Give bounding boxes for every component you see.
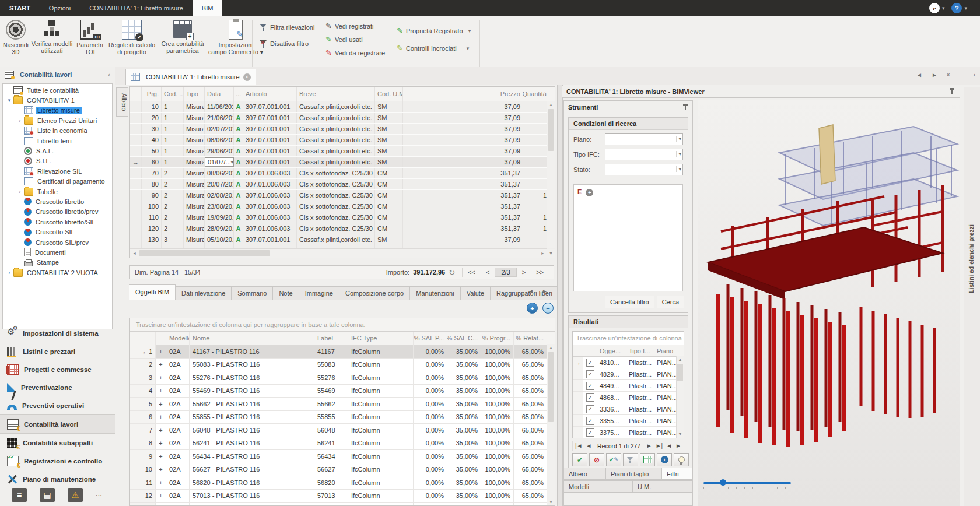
record-first-icon[interactable]: |◄ <box>575 442 583 449</box>
deselect-all-button[interactable]: ⊘ <box>589 453 604 466</box>
remove-bim-object-button[interactable]: − <box>542 303 554 314</box>
bim-object-row[interactable]: 4 + 02A 55469 - PILASTRO 116 55469 IfcCo… <box>130 385 555 398</box>
row-checkbox[interactable] <box>586 393 594 402</box>
pin-icon[interactable] <box>949 88 955 95</box>
date-cell[interactable]: 02/08/2018 <box>205 190 234 201</box>
tab-listini-ed-elenchi-prezzi[interactable]: Listini ed elenchi prezzi <box>968 224 975 293</box>
measure-row[interactable]: 110 2 Misura 19/09/2018 A 307.01.006.003… <box>130 212 555 223</box>
column-header[interactable]: Ogge... <box>597 345 626 356</box>
row-expand-icon[interactable]: + <box>156 490 166 503</box>
add-bim-object-button[interactable]: + <box>527 303 538 314</box>
bim-model-3d[interactable] <box>698 112 960 485</box>
column-header[interactable]: Cod. U.M. <box>375 87 403 101</box>
bim-object-row[interactable]: 13 + 02A 57206 - PILASTRO 116 57206 IfcC… <box>130 503 555 506</box>
date-cell[interactable]: 23/08/2018 <box>205 201 234 212</box>
module-nav-item[interactable]: Contabilità subappalti <box>0 434 115 452</box>
strumenti-tab[interactable]: Modelli <box>564 480 633 493</box>
vedi-da-registrare-button[interactable]: ✎ Vedi da registrare <box>326 49 385 57</box>
date-cell[interactable]: 20/07/2018 <box>205 179 234 189</box>
scroll-up-icon[interactable]: ▲ <box>677 356 684 363</box>
brand-logo-icon[interactable]: e <box>929 3 940 13</box>
scroll-right-icon[interactable]: ► <box>538 251 547 255</box>
strumenti-tab[interactable]: Filtri <box>662 468 692 480</box>
hscroll-left-icon[interactable]: ◄ <box>666 442 672 449</box>
row-expand-icon[interactable]: + <box>156 385 166 398</box>
detail-tab[interactable]: Immagine <box>299 286 340 300</box>
strumenti-tab[interactable]: Albero <box>564 468 606 480</box>
pager-prev-button[interactable]: < <box>481 268 495 277</box>
vertical-scrollbar[interactable]: ▲ ▼ <box>676 356 684 438</box>
tree-item[interactable]: Cruscotto libretto/SIL <box>3 217 112 227</box>
measure-row[interactable]: 60 1 Misura 01/07/... A 307.07.001.001 C… <box>130 157 555 168</box>
result-row[interactable]: 4868... Pilastr... PIAN... <box>573 392 684 403</box>
column-header[interactable]: Piano <box>654 345 679 356</box>
menu-tab[interactable]: CONTABILITA' 1: Libretto misure <box>80 0 192 16</box>
column-header[interactable] <box>130 332 156 345</box>
tree-item[interactable]: ▾ CONTABILITA' 1 <box>3 95 112 105</box>
add-condition-icon[interactable]: + <box>586 189 593 196</box>
tree-item[interactable]: Cruscotto libretto/prev <box>3 207 112 217</box>
apply-selection-button[interactable]: ✔✎ <box>606 453 621 466</box>
filter-results-button[interactable] <box>623 453 638 466</box>
ribbon-big-button[interactable]: Parametri TOI <box>75 19 105 68</box>
row-checkbox[interactable] <box>586 405 594 413</box>
scrollbar-thumb[interactable] <box>548 109 554 151</box>
bim-object-row[interactable]: 9 + 02A 56434 - PILASTRO 116 56434 IfcCo… <box>130 450 555 463</box>
tree-item[interactable]: Stampe <box>3 258 112 268</box>
detail-tab[interactable]: Note <box>273 286 299 300</box>
scrollbar-thumb[interactable] <box>677 364 683 381</box>
module-nav-item[interactable]: Listini e prezzari <box>0 342 115 360</box>
column-header[interactable]: ... <box>234 87 243 101</box>
filter-builder[interactable]: E + <box>573 184 683 291</box>
ribbon-big-button[interactable]: Verifica modelli utilizzati <box>30 19 74 68</box>
export-table-button[interactable] <box>640 453 655 466</box>
row-checkbox[interactable] <box>586 417 594 425</box>
detail-tab[interactable]: Oggetti BIM <box>130 284 176 300</box>
measure-row[interactable]: 50 1 Misura 29/06/2018 A 307.07.001.001 … <box>130 146 555 157</box>
tree-item[interactable]: Documenti <box>3 247 112 257</box>
row-expand-icon[interactable]: + <box>156 398 166 410</box>
horizontal-scrollbar[interactable]: ◄ ► <box>130 248 547 258</box>
tabs-scroll-left-icon[interactable]: ◄ <box>528 288 534 294</box>
menu-tab[interactable]: BIM <box>192 0 223 16</box>
measure-row[interactable]: 40 1 Misura 08/06/2018 A 307.07.001.001 … <box>130 135 555 146</box>
row-expand-icon[interactable]: + <box>156 476 166 489</box>
album-view-button[interactable]: ▤ <box>40 488 55 502</box>
column-header[interactable]: Quantità <box>523 87 549 101</box>
ribbon-big-button[interactable]: Crea contabilità parametrica <box>159 19 206 68</box>
tabs-scroll-right-icon[interactable]: ► <box>542 288 548 294</box>
highlight-button[interactable] <box>674 453 689 466</box>
close-document-icon[interactable]: × <box>947 72 950 78</box>
bim-object-row[interactable]: 12 + 02A 57013 - PILASTRO 116 57013 IfcC… <box>130 490 555 503</box>
bim-object-row[interactable]: 2 + 02A 55083 - PILASTRO 116 55083 IfcCo… <box>130 359 555 372</box>
row-expand-icon[interactable]: + <box>156 503 166 506</box>
tab-albero-vertical[interactable]: Albero <box>116 87 128 117</box>
bim-object-row[interactable]: 3 + 02A 55276 - PILASTRO 116 55276 IfcCo… <box>130 371 555 385</box>
column-header[interactable] <box>130 87 142 101</box>
disattiva-filtro-button[interactable]: ✕ Disattiva filtro <box>259 40 309 48</box>
row-expand-icon[interactable]: + <box>156 371 166 384</box>
record-next-icon[interactable]: ► <box>646 442 652 449</box>
detail-tab[interactable]: Valute <box>461 286 491 300</box>
combo-dropdown[interactable] <box>605 164 683 175</box>
sidebar-collapse-icon[interactable]: ‹ <box>108 71 110 78</box>
result-row[interactable]: 4829... Pilastr... PIAN... <box>573 368 684 380</box>
row-expand-icon[interactable]: + <box>156 450 166 463</box>
tree-item[interactable]: Rilevazione SIL <box>3 166 112 176</box>
measure-row[interactable]: 80 2 Misura 20/07/2018 A 307.01.006.003 … <box>130 179 555 190</box>
scroll-down-icon[interactable]: ▼ <box>547 249 555 258</box>
bim-object-row[interactable]: 11 + 02A 56820 - PILASTRO 116 56820 IfcC… <box>130 476 555 490</box>
tree-item[interactable]: Tutte le contabilità <box>3 85 112 95</box>
scroll-down-icon[interactable]: ▼ <box>547 498 555 505</box>
date-cell[interactable]: 08/06/2018 <box>205 135 234 145</box>
date-cell[interactable]: 21/06/2018 <box>205 113 234 123</box>
tree-item[interactable]: Certificati di pagamento <box>3 177 112 187</box>
scroll-up-icon[interactable]: ▲ <box>547 101 555 108</box>
scrollbar-thumb[interactable] <box>139 250 270 256</box>
tree-item[interactable]: › Tabelle <box>3 187 112 196</box>
refresh-icon[interactable]: ↻ <box>449 268 455 277</box>
column-header[interactable]: Tipo <box>184 87 205 101</box>
module-nav-item[interactable]: Preventivazione <box>0 378 115 396</box>
result-row[interactable]: 3355... Pilastr... PIAN... <box>573 415 684 427</box>
column-header[interactable]: Label <box>314 332 348 345</box>
